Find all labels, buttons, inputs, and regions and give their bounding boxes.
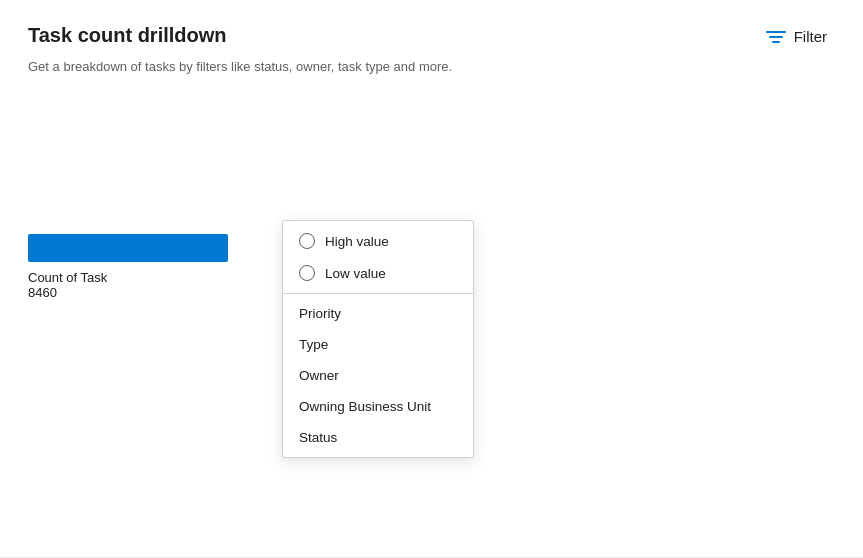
dropdown-label-high-value: High value xyxy=(325,234,389,249)
page-container: Task count drilldown Filter Get a breakd… xyxy=(0,0,863,558)
dropdown-item-status[interactable]: Status xyxy=(283,422,473,453)
count-label: Count of Task xyxy=(28,270,107,285)
count-value: 8460 xyxy=(28,285,57,300)
dropdown-item-type[interactable]: Type xyxy=(283,329,473,360)
radio-high-value xyxy=(299,233,315,249)
dropdown-item-low-value[interactable]: Low value xyxy=(283,257,473,289)
subtitle: Get a breakdown of tasks by filters like… xyxy=(28,59,835,74)
dropdown-item-high-value[interactable]: High value xyxy=(283,225,473,257)
dropdown-item-owner[interactable]: Owner xyxy=(283,360,473,391)
dropdown-item-owning-business-unit[interactable]: Owning Business Unit xyxy=(283,391,473,422)
page-title: Task count drilldown xyxy=(28,24,227,47)
count-bar xyxy=(28,234,228,262)
chart-area: Count of Task 8460 High value Low value … xyxy=(28,234,835,300)
radio-low-value xyxy=(299,265,315,281)
dropdown-divider xyxy=(283,293,473,294)
filter-label: Filter xyxy=(794,28,827,45)
filter-icon xyxy=(766,31,786,43)
header-row: Task count drilldown Filter xyxy=(28,24,835,49)
dropdown-label-low-value: Low value xyxy=(325,266,386,281)
dropdown-item-priority[interactable]: Priority xyxy=(283,298,473,329)
bar-section: Count of Task 8460 xyxy=(28,234,228,300)
dropdown-menu: High value Low value Priority Type Owner… xyxy=(282,220,474,458)
filter-button[interactable]: Filter xyxy=(758,24,835,49)
